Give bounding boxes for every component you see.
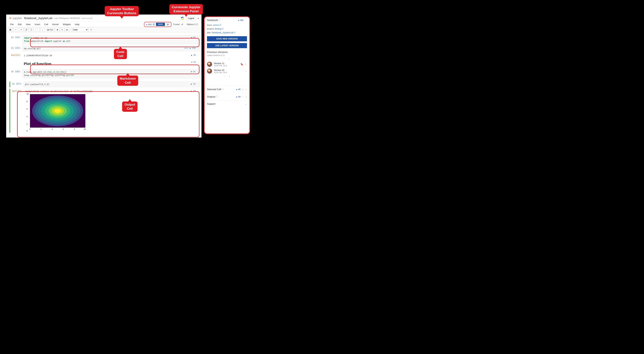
notebook-title[interactable]: Notebook_JupyterLab xyxy=(24,16,52,20)
team-link[interactable]: emmc xyxy=(213,24,221,26)
add-cell-button[interactable]: ＋ xyxy=(13,28,18,32)
support-section[interactable]: Support ⌄ xyxy=(204,100,250,107)
cell-menu-icon[interactable]: ⋮ xyxy=(197,54,198,57)
notebook-area[interactable]: In [24]: import numpy as np from matplot… xyxy=(6,32,201,137)
restart-run-all-button[interactable]: ▸▸ xyxy=(65,28,70,32)
bottom-icon[interactable]: ⌄̲ xyxy=(228,75,230,77)
logout-button[interactable]: Logout xyxy=(186,16,196,20)
collapse-panel-icon[interactable]: ▸ xyxy=(198,17,199,19)
code-body[interactable]: np.sin(np.pi) ▭ 1 ▲ V10 ⋮ xyxy=(22,46,200,51)
cell-type-select[interactable]: Code xyxy=(71,28,88,32)
comment-icon[interactable]: ▭ 1 xyxy=(184,47,188,49)
cell-menu-icon[interactable]: ⋮ xyxy=(197,61,198,64)
code-cell-3[interactable]: In [26]: X,Y=np.mgrid[0:10:256j,0:10:256… xyxy=(10,69,200,78)
save-new-version-button[interactable]: SAVE NEW VERSION xyxy=(207,36,247,41)
section-menu-icon[interactable]: ⋮ xyxy=(242,96,244,98)
annot-ext-panel: Curvenote Jupyter Extension Panel xyxy=(169,4,203,14)
top-icon[interactable]: ⌅ xyxy=(228,58,230,60)
curvenote-target-button[interactable] xyxy=(166,22,170,26)
cell-version-badge[interactable]: ▲ V2 ⋮ xyxy=(190,83,198,85)
copy-button[interactable] xyxy=(24,28,28,32)
menu-widgets[interactable]: Widgets xyxy=(61,22,73,27)
markdown-cell[interactable]: Plot of function ● V4 ⋮ xyxy=(10,60,200,68)
run-button[interactable]: ▶ Run xyxy=(46,28,54,32)
menu-edit[interactable]: Edit xyxy=(16,22,24,27)
chevron-down-icon[interactable]: ⌄ xyxy=(245,88,247,91)
copy-icon xyxy=(25,29,27,31)
code-cell-1[interactable]: In [24]: import numpy as np from matplot… xyxy=(10,35,200,44)
cell-menu-icon[interactable]: ⋮ xyxy=(196,36,198,39)
chevron-down-icon[interactable]: ⌄ xyxy=(245,103,247,105)
cell-menu-icon[interactable]: ⋮ xyxy=(196,83,198,85)
restart-button[interactable]: ↻ xyxy=(60,28,64,32)
project-link[interactable]: testing xyxy=(215,27,224,30)
version-date: 10:05 PM, Jul 9 xyxy=(214,65,238,67)
cell-version-badge[interactable]: ▲ V2 ⋮ xyxy=(190,90,198,92)
chevron-down-icon[interactable]: ⌄ xyxy=(245,96,247,98)
txt: ) xyxy=(73,74,74,77)
cell-menu-icon[interactable]: ⋮ xyxy=(196,70,198,73)
code-body[interactable]: import numpy as np from matplotlib impor… xyxy=(22,35,200,44)
project-value: testing xyxy=(215,27,221,30)
badge-text: V10 xyxy=(192,47,196,49)
open-external-icon[interactable] xyxy=(152,23,155,26)
version-nav-bottom[interactable]: ⌄⌄̲ xyxy=(207,75,247,77)
cell-version-badge[interactable]: ◔ V1 ⋮ xyxy=(190,70,198,73)
markdown-body[interactable]: Plot of function ● V4 ⋮ xyxy=(22,60,200,68)
outputs-section[interactable]: Outputs ⓘ ▲ V2 ⋮ ⌄ xyxy=(204,93,250,100)
panel-menu-icon[interactable]: ⋮ xyxy=(245,19,247,21)
menu-help[interactable]: Help xyxy=(73,22,82,27)
move-down-button[interactable]: ↓ xyxy=(40,28,45,32)
curvenote-save-button[interactable]: SAVE xyxy=(156,23,165,26)
down-icon[interactable]: ⌄ xyxy=(224,75,226,77)
info-icon[interactable]: ⓘ xyxy=(218,19,221,21)
selected-cell-section[interactable]: Selected Cell ⓘ ▲ V2 ⋮ ⌄ xyxy=(204,86,250,93)
cell-version-badge[interactable]: ▭ 1 ▲ V10 ⋮ xyxy=(184,47,198,49)
cell-menu-icon[interactable]: ⋮ xyxy=(196,47,198,49)
info-icon[interactable]: ⓘ xyxy=(216,95,218,98)
paste-button[interactable] xyxy=(29,28,34,32)
selected-cell-gutter xyxy=(10,82,10,87)
menu-view[interactable]: View xyxy=(24,22,32,27)
title-link[interactable]: Notebook_JupyterLab xyxy=(212,31,235,34)
jupyter-logo[interactable]: jupyter xyxy=(9,16,22,20)
use-latest-version-button[interactable]: USE LATEST VERSION xyxy=(207,43,247,48)
cut-button[interactable]: ✂ xyxy=(19,28,24,32)
save-button[interactable] xyxy=(8,28,12,32)
selected-cell-version[interactable]: ▲ V2 xyxy=(236,88,240,90)
outputs-title: Outputs xyxy=(207,95,215,98)
kernel-indicator[interactable]: Python 3 xyxy=(185,23,198,26)
cell-version-badge[interactable]: ▲ V8 ⋮ xyxy=(190,54,198,57)
code-body[interactable]: X,Y=np.mgrid[0:10:256j,0:10:256j] Z=np.s… xyxy=(22,69,200,78)
up-icon[interactable]: ⌃ xyxy=(224,58,226,60)
panel-version-tag[interactable]: ▲ V11 xyxy=(238,19,244,21)
menu-cell[interactable]: Cell xyxy=(42,22,50,27)
code-cell-4[interactable]: In [27]: plt.contourf(X,Y,Z) ▲ V2 ⋮ xyxy=(10,82,200,87)
version-name: Version 10 xyxy=(214,69,243,71)
bookmark-icon[interactable]: 🔖 xyxy=(240,63,243,66)
chart-axes xyxy=(30,94,85,128)
outputs-version[interactable]: ▲ V2 xyxy=(236,96,240,98)
cell-menu-icon[interactable]: ⋮ xyxy=(197,90,198,92)
menu-kernel[interactable]: Kernel xyxy=(50,22,61,27)
section-menu-icon[interactable]: ⋮ xyxy=(242,88,244,91)
version-row-10[interactable]: Version 10 10:01 PM, Jul 9 ⋮ xyxy=(207,68,247,74)
menu-file[interactable]: File xyxy=(8,22,16,27)
cell-version-badge[interactable]: ● V4 ⋮ xyxy=(191,61,198,64)
interrupt-button[interactable]: ■ xyxy=(55,28,60,32)
pencil-icon[interactable] xyxy=(181,23,184,26)
version-menu-icon[interactable]: ⋮ xyxy=(244,63,247,66)
cell-version-badge[interactable]: ● V7 ⋮ xyxy=(191,36,198,39)
header-right: Logout ▸ xyxy=(181,16,199,20)
version-menu-icon[interactable]: ⋮ xyxy=(244,70,247,72)
code-cell-2[interactable]: In [25]: np.sin(np.pi) ▭ 1 ▲ V10 ⋮ xyxy=(10,46,200,51)
command-palette-button[interactable]: ⌘ xyxy=(89,28,93,32)
ytick: 8 xyxy=(26,100,28,103)
version-nav-top[interactable]: ⌃⌅ xyxy=(207,58,247,60)
info-icon[interactable]: ⓘ xyxy=(222,88,224,91)
move-up-button[interactable]: ↑ xyxy=(35,28,40,32)
menu-insert[interactable]: Insert xyxy=(32,22,42,27)
code-body[interactable]: plt.contourf(X,Y,Z) ▲ V2 ⋮ xyxy=(24,82,200,87)
version-row-11[interactable]: Version 11 10:05 PM, Jul 9 🔖 ⋮ xyxy=(207,62,247,67)
curvenote-version-tag[interactable]: ▲ V11 xyxy=(146,23,152,25)
